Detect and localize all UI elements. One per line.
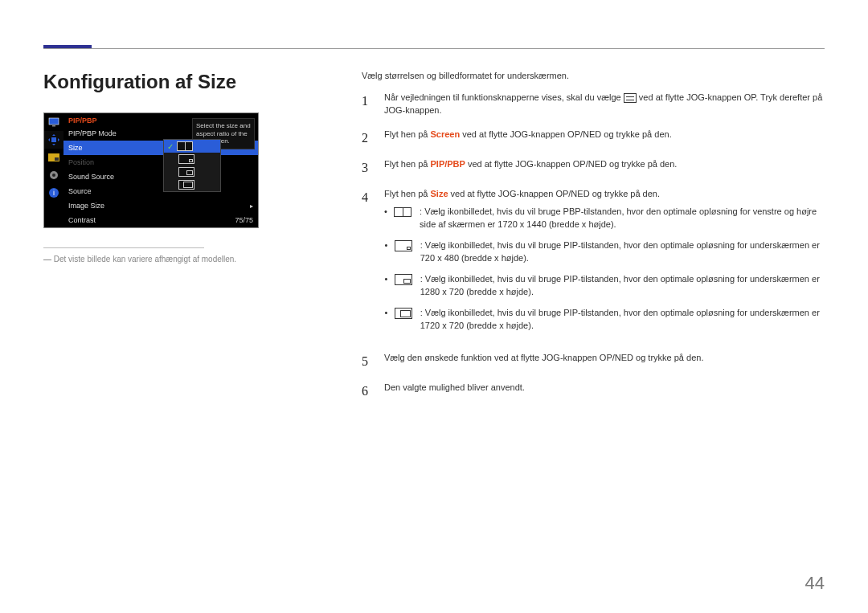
chevron-right-icon: ▸	[250, 202, 253, 210]
size-option-pbp: ✓	[164, 140, 220, 153]
bullet-pbp: •: Vælg ikonbilledet, hvis du vil bruge …	[384, 206, 825, 231]
osd-label: Sound Source	[68, 173, 114, 181]
step-2: 2 Flyt hen på Screen ved at flytte JOG-k…	[362, 129, 825, 147]
pip-small-icon	[395, 240, 412, 251]
svg-rect-2	[51, 137, 56, 142]
osd-row-position: Position	[63, 155, 258, 170]
bullet-pip-small: •: Vælg ikonbilledet, hvis du vil bruge …	[384, 239, 825, 265]
osd-value: 75/75	[235, 216, 253, 224]
menu-icon	[624, 93, 637, 103]
svg-point-6	[52, 174, 55, 177]
osd-label: Size	[68, 144, 83, 152]
pip-large-icon	[178, 180, 194, 190]
page-number: 44	[805, 573, 825, 594]
step-number: 5	[362, 352, 371, 370]
monitor-icon	[44, 113, 63, 131]
footnote: ― Det viste billede kan variere afhængig…	[43, 255, 330, 264]
step-1: 1 Når vejledningen til funktionsknappern…	[362, 92, 825, 117]
osd-label: PIP/PBP Mode	[68, 129, 117, 137]
footnote-text: Det viste billede kan variere afhængigt …	[54, 255, 236, 264]
right-column: Vælg størrelsen og billedformatet for un…	[362, 71, 825, 411]
step-number: 1	[362, 92, 371, 117]
info-icon: i	[44, 184, 63, 202]
check-icon: ✓	[167, 142, 174, 151]
pip-small-icon	[178, 154, 194, 164]
accent-word: Size	[430, 189, 448, 198]
step-body: Flyt hen på Screen ved at flytte JOG-kna…	[384, 129, 825, 147]
accent-word: Screen	[430, 129, 460, 139]
step-text: ved at flytte JOG-knappen OP/NED og tryk…	[465, 159, 678, 169]
pbp-icon	[394, 207, 411, 217]
size-options-list: •: Vælg ikonbilledet, hvis du vil bruge …	[384, 206, 825, 333]
step-body: Når vejledningen til funktionsknapperne …	[384, 92, 825, 117]
size-option-pip-small	[164, 153, 220, 166]
osd-label: Contrast	[68, 216, 96, 224]
bullet-pip-medium: •: Vælg ikonbilledet, hvis du vil bruge …	[384, 273, 825, 299]
size-option-pip-medium	[164, 166, 220, 178]
bullet-text: : Vælg ikonbilledet, hvis du vil bruge P…	[420, 308, 820, 330]
step-text: ved at flytte JOG-knappen OP/NED og tryk…	[460, 129, 672, 139]
pip-nav-icon	[44, 149, 63, 166]
page-body: Konfiguration af Size i	[43, 71, 825, 411]
screen-nav-icon	[44, 131, 63, 149]
bullet-text: : Vælg ikonbilledet, hvis du vil bruge P…	[420, 274, 820, 296]
osd-sidebar: i	[44, 113, 63, 227]
step-6: 6 Den valgte mulighed bliver anvendt.	[362, 382, 825, 400]
left-column: Konfiguration af Size i	[43, 71, 330, 411]
osd-label: Source	[68, 187, 92, 195]
bullet-text: : Vælg ikonbilledet, hvis du vil bruge P…	[420, 206, 817, 229]
page-title: Konfiguration af Size	[43, 71, 330, 93]
svg-rect-4	[55, 157, 59, 161]
osd-label: Position	[68, 158, 94, 166]
step-5: 5 Vælg den ønskede funktion ved at flytt…	[362, 352, 825, 370]
osd-row-image: Image Size▸	[63, 198, 258, 213]
step-text: Flyt hen på	[384, 189, 430, 198]
step-number: 2	[362, 129, 371, 147]
osd-row-sound: Sound Source	[63, 170, 258, 184]
accent-word: PIP/PBP	[430, 159, 465, 169]
osd-row-source: Source	[63, 184, 258, 198]
step-number: 4	[362, 188, 371, 340]
step-3: 3 Flyt hen på PIP/PBP ved at flytte JOG-…	[362, 158, 825, 177]
pip-large-icon	[395, 308, 412, 319]
step-text: ved at flytte JOG-knappen OP/NED og tryk…	[448, 189, 661, 198]
footnote-rule	[43, 247, 204, 248]
pbp-icon	[177, 141, 193, 151]
step-text: Når vejledningen til funktionsknapperne …	[384, 92, 624, 102]
svg-text:i: i	[53, 189, 55, 197]
steps-list: 1 Når vejledningen til funktionsknappern…	[362, 92, 825, 400]
step-text: Flyt hen på	[384, 129, 430, 139]
osd-row-contrast: Contrast75/75	[63, 213, 258, 227]
step-text: Flyt hen på	[384, 159, 430, 169]
pip-medium-icon	[178, 167, 194, 177]
header-rule	[43, 48, 825, 49]
svg-rect-0	[49, 118, 59, 125]
svg-rect-1	[52, 125, 55, 127]
size-option-pip-large	[164, 178, 220, 191]
osd-label: Image Size	[68, 202, 104, 210]
osd-screenshot: i PIP/PBP PIP/PBP Mode Size Position Sou…	[43, 112, 259, 228]
step-body: Vælg den ønskede funktion ved at flytte …	[384, 352, 825, 370]
pip-medium-icon	[395, 274, 412, 285]
osd-size-popup: ✓	[163, 139, 221, 192]
step-body: Flyt hen på PIP/PBP ved at flytte JOG-kn…	[384, 158, 825, 177]
intro-text: Vælg størrelsen og billedformatet for un…	[362, 71, 825, 80]
settings-gear-icon	[44, 166, 63, 184]
step-body: Flyt hen på Size ved at flytte JOG-knapp…	[384, 188, 825, 340]
bullet-pip-large: •: Vælg ikonbilledet, hvis du vil bruge …	[384, 307, 825, 333]
step-4: 4 Flyt hen på Size ved at flytte JOG-kna…	[362, 188, 825, 340]
step-number: 3	[362, 158, 371, 177]
step-body: Den valgte mulighed bliver anvendt.	[384, 382, 825, 400]
step-number: 6	[362, 382, 371, 400]
bullet-text: : Vælg ikonbilledet, hvis du vil bruge P…	[420, 240, 820, 263]
